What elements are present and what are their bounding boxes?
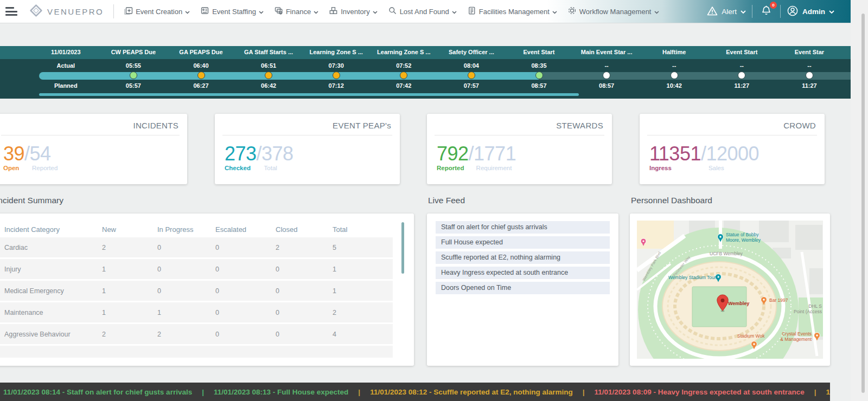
map[interactable]: Wembley Park Blvd Perimeter Way Statue o…	[637, 221, 823, 359]
table-cell: 0	[276, 331, 333, 338]
table-cell: Injury	[4, 266, 102, 273]
milestone-planned-time: 11:27	[708, 82, 776, 89]
table-cell: 2	[333, 309, 393, 316]
alert-button[interactable]: Alert	[707, 6, 746, 17]
kpi-title: EVENT PEAP's	[215, 114, 400, 135]
milestone-label: Event Start	[708, 49, 776, 55]
nav-item-finance[interactable]: Finance	[274, 6, 318, 17]
nav-item-label: Inventory	[341, 8, 369, 16]
table-row: Cardiac20025	[0, 237, 393, 257]
bell-icon	[761, 9, 772, 18]
milestone-planned-time: 05:57	[100, 82, 168, 89]
milestone-dot	[806, 72, 813, 79]
milestone-dot	[197, 72, 205, 79]
table-cell: Maintenance	[4, 309, 102, 316]
milestone-dot	[333, 72, 340, 79]
ticker-item: 11/01/2023 08:09 - Doors Opened on Time	[826, 388, 830, 396]
table-cell: 1	[157, 309, 215, 316]
planned-row-label: Planned	[32, 82, 100, 89]
milestone-planned-time: 06:27	[167, 82, 235, 89]
facilities-icon	[467, 6, 476, 17]
nav-item-label: Event Staffing	[212, 8, 256, 16]
kpi-total-label: Total	[257, 165, 293, 171]
personnel-map-card: Wembley Park Blvd Perimeter Way Statue o…	[630, 214, 830, 366]
brand-name: VENUEPRO	[47, 7, 104, 16]
milestone-label: Halftime	[640, 49, 708, 55]
nav-item-workflow-management[interactable]: Workflow Management	[567, 6, 659, 17]
milestone-dot	[468, 72, 475, 79]
nav-item-facilities-management[interactable]: Facilities Management	[467, 6, 557, 17]
warning-icon	[707, 6, 718, 17]
table-cell: 0	[157, 266, 215, 273]
milestone-planned-time: 11:27	[776, 82, 844, 89]
admin-menu[interactable]: Admin	[787, 5, 834, 18]
milestone-label: Safety Officer ...	[438, 49, 506, 55]
milestone-planned-time: 07:42	[370, 82, 438, 89]
kpi-value-column: 11351Ingress	[649, 144, 701, 171]
table-cell: 0	[215, 244, 276, 251]
inventory-icon	[329, 6, 338, 17]
workflow-icon	[567, 6, 577, 17]
milestone-label: GA PEAPS Due	[167, 49, 235, 55]
user-icon	[787, 5, 799, 18]
table-header: Incident CategoryNewIn ProgressEscalated…	[0, 221, 414, 237]
live-feed-card: Staff on alert for chief gusts arrivalsF…	[427, 214, 618, 366]
page-scrollbar[interactable]	[851, 0, 868, 401]
milestone-dot	[603, 72, 610, 79]
scrollbar-thumb[interactable]	[861, 14, 865, 393]
table-cell: 1	[102, 287, 157, 295]
kpi-value-column: 39Open	[3, 144, 24, 171]
notification-bell[interactable]: 0	[758, 4, 774, 20]
kpi-total-column: /54Reported	[24, 144, 58, 171]
milestone-actual-time: 07:30	[302, 62, 370, 69]
kpi-value-label: Ingress	[649, 165, 701, 171]
table-cell: 2	[102, 244, 157, 251]
table-cell: 2	[102, 331, 157, 338]
kpi-value-column: 792Reported	[437, 144, 469, 171]
nav-item-lost-and-found[interactable]: Lost And Found	[388, 6, 457, 17]
nav-item-event-staffing[interactable]: Event Staffing	[200, 6, 264, 17]
nav-right-separator	[780, 5, 781, 18]
map-label-statue: Statue of Bobby	[726, 232, 759, 237]
incident-summary-title: Incident Summary	[0, 196, 63, 205]
chevron-down-icon	[829, 8, 834, 16]
table-cell: 1	[102, 309, 157, 316]
nav-item-event-creation[interactable]: Event Creation	[124, 6, 190, 17]
milestone-planned-time: 08:57	[505, 82, 573, 89]
nav-item-inventory[interactable]: Inventory	[329, 6, 377, 17]
kpi-total-label: Reported	[24, 165, 58, 171]
chevron-down-icon	[654, 8, 659, 16]
kpi-value-label: Open	[3, 165, 24, 171]
chevron-down-icon	[741, 8, 746, 16]
table-cell: 0	[215, 287, 276, 295]
kpi-values: 11351Ingress/12000Sales	[640, 135, 825, 171]
milestone-label: Main Event Star ...	[573, 49, 641, 55]
table-scrollbar[interactable]	[401, 222, 404, 274]
ticker-item: 11/01/2023 08:12 - Scuffle reported at E…	[370, 388, 573, 396]
table-row: Medical Emergency10001	[0, 281, 393, 301]
kpi-total: /1771	[469, 144, 516, 164]
timeline-header: 11/01/2023CW PEAPS DueGA PEAPS DueGA Sta…	[0, 46, 851, 59]
nav-item-label: Event Creation	[136, 8, 182, 16]
ticker-item: 11/01/2023 08:14 - Staff on alert for ch…	[3, 388, 192, 396]
nav-item-label: Finance	[286, 8, 311, 16]
brand-logo[interactable]: VENUEPRO	[29, 4, 104, 20]
milestone-actual-time: --	[573, 62, 641, 69]
milestone-label: CW PEAPS Due	[100, 49, 168, 55]
nav-separator	[113, 4, 114, 18]
table-header-cell: In Progress	[157, 225, 215, 234]
kpi-total: /378	[257, 144, 293, 164]
table-cell: 2	[276, 244, 333, 251]
table-row-partial	[0, 346, 393, 358]
milestone-label: Event Start	[505, 49, 573, 55]
event-timeline: ActualPlanned05:5505:5706:4006:2706:5106…	[0, 59, 851, 99]
kpi-value-label: Checked	[225, 165, 257, 171]
app-navbar: VENUEPRO Event CreationEvent StaffingFin…	[0, 0, 851, 23]
live-feed-title: Live Feed	[428, 196, 465, 205]
hamburger-icon[interactable]	[4, 5, 18, 18]
kpi-total-column: /378Total	[257, 144, 293, 171]
feed-item: Staff on alert for chief gusts arrivals	[436, 221, 610, 234]
table-row: Injury10001	[0, 259, 393, 279]
nav-right-separator	[752, 5, 752, 18]
chevron-down-icon	[452, 8, 457, 16]
